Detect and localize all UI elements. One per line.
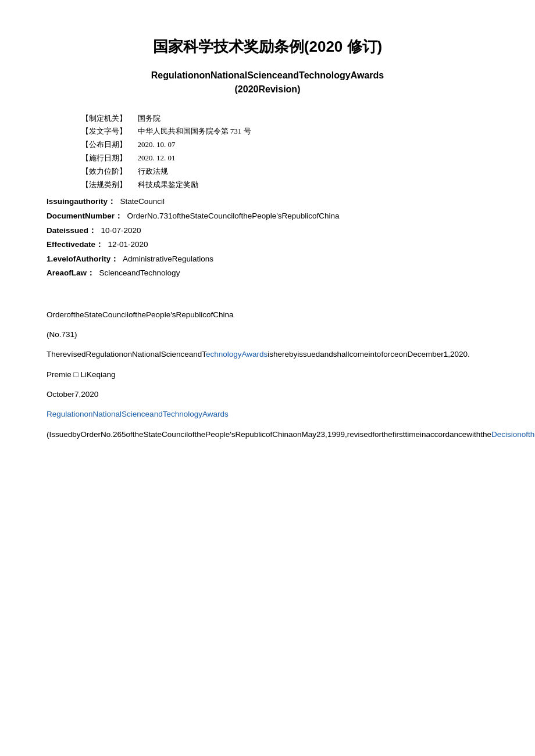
meta-en-value: ScienceandTechnology: [95, 268, 180, 277]
en-paragraph: TherevísedRegulationonNationalScienceand…: [47, 348, 535, 361]
meta-value: 2020. 12. 01: [134, 152, 488, 164]
meta-row: 【公布日期】 2020. 10. 07: [81, 139, 488, 151]
en-paragraph: RegulationonNationalScienceandTechnology…: [47, 408, 535, 421]
meta-row: 【法规类别】 科技成果鉴定奖励: [81, 179, 488, 191]
meta-value: 科技成果鉴定奖励: [134, 179, 488, 191]
regulation-link-en[interactable]: echnologyAwards: [206, 350, 268, 359]
meta-table-en: Issuingauthority： StateCouncilDocumentNu…: [47, 195, 488, 280]
main-title-cn: 国家科学技术奖励条例(2020 修订): [47, 35, 488, 59]
meta-en-value: StateCouncil: [116, 197, 165, 206]
meta-en-label: AreaofLaw：: [47, 268, 95, 277]
meta-en-value: 12-01-2020: [104, 240, 148, 249]
meta-en-row: Dateissued： 10-07-2020: [47, 224, 488, 237]
meta-en-label: DocumentNumber：: [47, 212, 123, 220]
en-paragraph: OrderoftheStateCouncilofthePeople'sRepub…: [47, 309, 535, 321]
meta-label: 【施行日期】: [81, 152, 134, 164]
meta-en-label: Issuingauthority：: [47, 197, 116, 206]
meta-row: 【施行日期】 2020. 12. 01: [81, 152, 488, 164]
meta-row: 【制定机关】 国务院: [81, 113, 488, 125]
body-two-col: OrderoftheStateCouncilofthePeople'sRepub…: [47, 309, 488, 756]
meta-en-row: Issuingauthority： StateCouncil: [47, 195, 488, 208]
meta-row: 【发文字号】 中华人民共和国国务院令第 731 号: [81, 126, 488, 138]
meta-value: 国务院: [134, 113, 488, 125]
en-paragraph: October7,2020: [47, 388, 535, 401]
meta-label: 【发文字号】: [81, 126, 134, 138]
meta-en-label: 1.evelofAuthority：: [47, 255, 119, 263]
meta-en-value: OrderNo.731oftheStateCouncilofthePeople'…: [123, 212, 340, 220]
meta-table-cn: 【制定机关】 国务院【发文字号】 中华人民共和国国务院令第 731 号【公布日期…: [81, 113, 488, 191]
meta-value: 中华人民共和国国务院令第 731 号: [134, 126, 488, 138]
meta-en-row: 1.evelofAuthority： AdministrativeRegulat…: [47, 253, 488, 266]
meta-en-label: Dateissued：: [47, 226, 97, 235]
en-paragraph: (No.731): [47, 328, 535, 341]
meta-label: 【效力位阶】: [81, 166, 134, 178]
meta-en-label: Effectivedate：: [47, 240, 104, 249]
meta-value: 行政法规: [134, 166, 488, 178]
meta-label: 【法规类别】: [81, 179, 134, 191]
regulation-title-link-en[interactable]: RegulationonNationalScienceandTechnology…: [47, 410, 229, 418]
main-title-en: RegulationonNationalScienceandTechnology…: [47, 69, 488, 96]
meta-label: 【制定机关】: [81, 113, 134, 125]
en-paragraph: (IssuedbyOrderNo.265oftheStateCounciloft…: [47, 428, 535, 441]
col-english: OrderoftheStateCouncilofthePeople'sRepub…: [47, 309, 535, 756]
meta-row: 【效力位阶】 行政法规: [81, 166, 488, 178]
meta-value: 2020. 10. 07: [134, 139, 488, 151]
meta-en-value: AdministrativeRegulations: [119, 255, 213, 263]
meta-en-row: Effectivedate： 12-01-2020: [47, 238, 488, 251]
meta-en-value: 10-07-2020: [97, 226, 141, 235]
meta-en-row: DocumentNumber： OrderNo.731oftheStateCou…: [47, 210, 488, 223]
meta-label: 【公布日期】: [81, 139, 134, 151]
decision-link-en[interactable]: DecisionoftheStateCounciltoAmendtheRegul…: [491, 430, 535, 439]
en-paragraph: Premie □ LiKeqiang: [47, 368, 535, 381]
meta-en-row: AreaofLaw： ScienceandTechnology: [47, 267, 488, 280]
